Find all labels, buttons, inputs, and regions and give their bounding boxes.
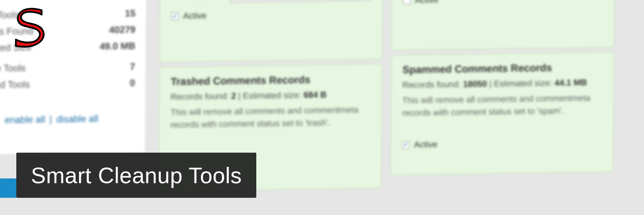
post-types-select[interactable]: All Post Types ▼ bbox=[230, 0, 371, 3]
separator: | bbox=[48, 114, 54, 125]
size-value: 684 B bbox=[304, 90, 327, 100]
card-trashed-posts: This will remove all posts and postmetas… bbox=[159, 0, 383, 62]
active-label: Active bbox=[183, 11, 207, 21]
records-value: 18050 bbox=[463, 79, 487, 89]
disable-all-link[interactable]: disable all bbox=[56, 113, 98, 124]
meta-prefix: Records found: bbox=[402, 79, 463, 89]
card-title: Spammed Comments Records bbox=[402, 61, 602, 76]
size-value: 44.1 MB bbox=[555, 77, 587, 87]
accent-bar bbox=[0, 178, 16, 198]
stat-value: 7 bbox=[130, 61, 135, 72]
stat-value: 15 bbox=[125, 8, 136, 19]
logo-icon bbox=[9, 5, 52, 48]
card-meta: Records found: 18050 | Estimated size: 4… bbox=[402, 77, 602, 90]
card-title: Trashed Comments Records bbox=[170, 73, 371, 88]
active-label: Active bbox=[415, 0, 439, 5]
card-description: This will remove all comments and commen… bbox=[170, 103, 371, 131]
post-types-row: Post Types: All Post Types ▼ bbox=[171, 0, 371, 3]
card-description: This will remove all comments and commen… bbox=[402, 92, 602, 120]
enable-all-link[interactable]: enable all bbox=[5, 114, 45, 125]
records-value: 2 bbox=[231, 91, 236, 101]
card-meta: Records found: 2 | Estimated size: 684 B bbox=[170, 89, 371, 102]
active-checkbox[interactable] bbox=[403, 0, 411, 4]
banner-title: Smart Cleanup Tools bbox=[16, 153, 256, 198]
stat-label: Inactive Tools bbox=[0, 63, 26, 75]
card-autodraft-posts: status set to 'auto-draft'. Post Types: … bbox=[391, 0, 615, 51]
toggle-links: enable all | disable all bbox=[0, 113, 135, 126]
active-row: Active bbox=[403, 0, 603, 5]
stat-value: 40279 bbox=[109, 24, 135, 36]
active-checkbox[interactable]: ✓ bbox=[171, 12, 179, 20]
meta-prefix: Records found: bbox=[170, 91, 231, 101]
size-prefix: | Estimated size: bbox=[236, 90, 304, 101]
stat-value: 49.0 MB bbox=[100, 40, 135, 52]
stat-value: 0 bbox=[130, 77, 135, 89]
active-row: ✓ Active bbox=[402, 137, 602, 150]
stat-label: Disabled Tools bbox=[0, 79, 30, 91]
active-row: ✓ Active bbox=[171, 8, 371, 21]
stat-disabled-tools: Disabled Tools 0 bbox=[0, 75, 135, 93]
banner-text: Smart Cleanup Tools bbox=[31, 163, 242, 188]
stat-inactive-tools: Inactive Tools 7 bbox=[0, 58, 135, 77]
card-spammed-comments: Spammed Comments Records Records found: … bbox=[390, 52, 614, 175]
active-label: Active bbox=[414, 139, 437, 150]
active-checkbox[interactable]: ✓ bbox=[402, 141, 410, 149]
size-prefix: | Estimated size: bbox=[487, 78, 555, 88]
